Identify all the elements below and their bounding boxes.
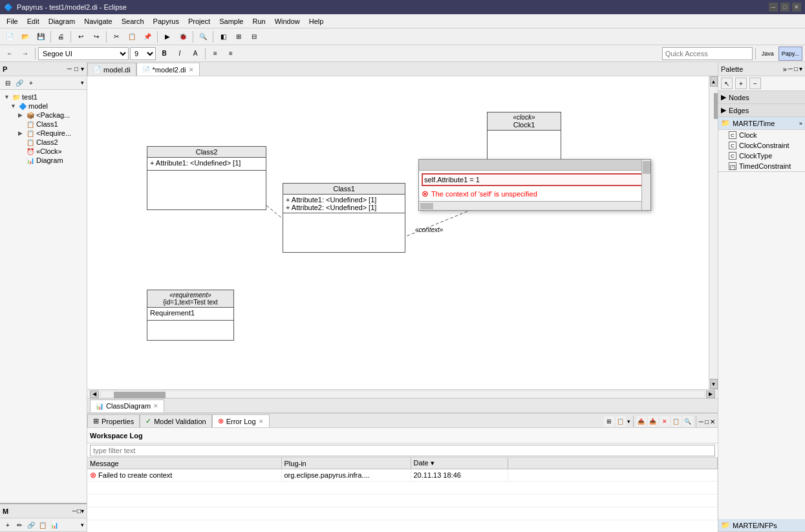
titlebar-controls[interactable]: ─ □ ✕ xyxy=(769,3,801,12)
palette-maximize[interactable]: □ xyxy=(794,65,798,73)
palette-select-tool[interactable]: ↖ xyxy=(721,78,733,89)
toolbar-btn-extra1[interactable]: ◧ xyxy=(216,30,230,44)
bp-minimize[interactable]: ─ xyxy=(699,418,703,425)
left-panel-minimize[interactable]: ─ xyxy=(67,65,72,72)
tree-item-require[interactable]: ▶ 📋 <Require... xyxy=(3,129,84,138)
hscroll-left[interactable]: ◀ xyxy=(90,390,99,398)
bp-maximize[interactable]: □ xyxy=(705,418,709,425)
tab-model2di-close[interactable]: ✕ xyxy=(189,67,194,73)
expand-test1[interactable]: ▼ xyxy=(4,94,10,100)
me-dropdown[interactable]: ▾ xyxy=(81,522,84,528)
tree-item-class2[interactable]: ▶ 📋 Class2 xyxy=(3,138,84,147)
canvas-hscrollbar[interactable]: ◀ ▶ xyxy=(87,389,718,398)
search-button[interactable]: 🔍 xyxy=(196,30,210,44)
copy-button[interactable]: 📋 xyxy=(125,30,139,44)
palette-item-clocktype[interactable]: C ClockType xyxy=(718,151,805,161)
col-message[interactable]: Message xyxy=(87,458,281,469)
maximize-button[interactable]: □ xyxy=(780,3,789,12)
class2-node[interactable]: Class2 + Attribute1: <Undefined> [1] xyxy=(147,146,266,210)
palette-item-timedconstraint[interactable]: {?} TimedConstraint xyxy=(718,161,805,171)
palette-item-clockconstraint[interactable]: C ClockConstraint xyxy=(718,140,805,151)
col-date[interactable]: Date ▾ xyxy=(411,458,508,469)
me-btn3[interactable]: 🔗 xyxy=(26,520,36,530)
menu-papyrus[interactable]: Papyrus xyxy=(149,16,183,27)
save-button[interactable]: 💾 xyxy=(34,30,48,44)
tree-item-test1[interactable]: ▼ 📁 test1 xyxy=(3,92,84,101)
paste-button[interactable]: 📌 xyxy=(140,30,155,44)
tb2-fwd[interactable]: → xyxy=(18,47,32,61)
tree-new[interactable]: + xyxy=(26,78,36,88)
quick-access-input[interactable] xyxy=(662,47,753,60)
align2-button[interactable]: ≡ xyxy=(224,47,238,61)
toolbar-btn-extra2[interactable]: ⊞ xyxy=(231,30,246,44)
print-button[interactable]: 🖨 xyxy=(54,30,68,44)
tree-item-class1[interactable]: ▶ 📋 Class1 xyxy=(3,120,84,129)
font-family-select[interactable]: Segoe UI xyxy=(38,47,129,60)
model-explorer-minimize[interactable]: ─ xyxy=(72,507,77,515)
marte-time-collapse[interactable]: » xyxy=(799,120,802,127)
menu-project[interactable]: Project xyxy=(184,16,214,27)
new-button[interactable]: 📄 xyxy=(3,30,17,44)
bp-btn2[interactable]: 📋 xyxy=(616,416,626,427)
filter-input[interactable] xyxy=(90,445,715,456)
palette-edges-header[interactable]: ▶ Edges xyxy=(718,104,805,116)
tab-modeldi[interactable]: 📄 model.di xyxy=(87,63,136,76)
me-btn5[interactable]: 📊 xyxy=(49,520,59,530)
tab-model2di[interactable]: 📄 *model2.di ✕ xyxy=(136,63,200,76)
bp-btn6[interactable]: 🔍 xyxy=(683,416,693,427)
papyrus-perspective[interactable]: Papy... xyxy=(778,47,802,61)
menu-navigate[interactable]: Navigate xyxy=(80,16,116,27)
left-panel-view-menu[interactable]: ▾ xyxy=(81,65,84,72)
ocl-input[interactable] xyxy=(422,173,648,186)
col-plugin[interactable]: Plug-in xyxy=(281,458,411,469)
tree-link[interactable]: 🔗 xyxy=(14,78,25,88)
bp-dropdown[interactable]: ▾ xyxy=(627,418,630,425)
me-btn1[interactable]: + xyxy=(3,520,13,530)
palette-menu[interactable]: ▾ xyxy=(799,65,802,73)
palette-zoom-in[interactable]: + xyxy=(735,78,747,89)
palette-item-clock[interactable]: C Clock xyxy=(718,130,805,140)
bp-close[interactable]: ✕ xyxy=(710,418,715,425)
diagram-canvas[interactable]: «context» Class2 + Attribute1: <Undefine… xyxy=(87,76,709,389)
menu-window[interactable]: Window xyxy=(271,16,304,27)
palette-marte-time-header[interactable]: 📁 MARTE/Time » xyxy=(718,117,805,130)
tb2-back[interactable]: ← xyxy=(3,47,17,61)
italic-button[interactable]: I xyxy=(173,47,187,61)
redo-button[interactable]: ↪ xyxy=(89,30,103,44)
palette-zoom-out[interactable]: − xyxy=(749,78,761,89)
tree-item-package[interactable]: ▶ 📦 <Packag... xyxy=(3,111,84,120)
tree-item-model[interactable]: ▼ 🔷 model xyxy=(3,101,84,111)
menu-diagram[interactable]: Diagram xyxy=(45,16,80,27)
expand-package[interactable]: ▶ xyxy=(18,112,25,118)
menu-edit[interactable]: Edit xyxy=(23,16,43,27)
bp-btn3[interactable]: 📤 xyxy=(636,416,647,427)
col-extra[interactable] xyxy=(508,458,718,469)
palette-nodes-header[interactable]: ▶ Nodes xyxy=(718,91,805,103)
vscroll-down[interactable]: ▼ xyxy=(710,379,718,389)
hscroll-thumb[interactable] xyxy=(114,392,166,398)
minimize-button[interactable]: ─ xyxy=(769,3,778,12)
java-perspective[interactable]: Java xyxy=(758,47,777,61)
tab-error-log[interactable]: ⊗ Error Log ✕ xyxy=(212,414,270,427)
menu-help[interactable]: Help xyxy=(305,16,328,27)
menu-run[interactable]: Run xyxy=(248,16,269,27)
cut-button[interactable]: ✂ xyxy=(109,30,123,44)
ocl-hscrollbar[interactable] xyxy=(419,201,650,210)
run-button[interactable]: ▶ xyxy=(160,30,175,44)
expand-require[interactable]: ▶ xyxy=(18,130,25,136)
vscroll-thumb[interactable] xyxy=(714,93,718,119)
open-button[interactable]: 📂 xyxy=(18,30,32,44)
classdiagram-tab[interactable]: 📊 ClassDiagram ✕ xyxy=(90,399,164,412)
canvas-vscrollbar[interactable]: ▲ ▼ xyxy=(709,76,718,389)
bp-btn-clear[interactable]: ✕ xyxy=(660,416,670,427)
bp-btn1[interactable]: ⊞ xyxy=(604,416,614,427)
menu-search[interactable]: Search xyxy=(118,16,148,27)
vscroll-up[interactable]: ▲ xyxy=(710,76,718,87)
debug-button[interactable]: 🐞 xyxy=(176,30,190,44)
tree-dropdown[interactable]: ▾ xyxy=(81,80,84,86)
font-color-button[interactable]: A xyxy=(188,47,202,61)
classdiag-close[interactable]: ✕ xyxy=(153,403,158,409)
table-row[interactable]: ⊗ Failed to create context org.eclipse.p… xyxy=(87,469,718,482)
palette-marte-nfps-header[interactable]: 📁 MARTE/NFPs xyxy=(718,519,805,532)
palette-expand-icon[interactable]: » xyxy=(783,65,787,73)
